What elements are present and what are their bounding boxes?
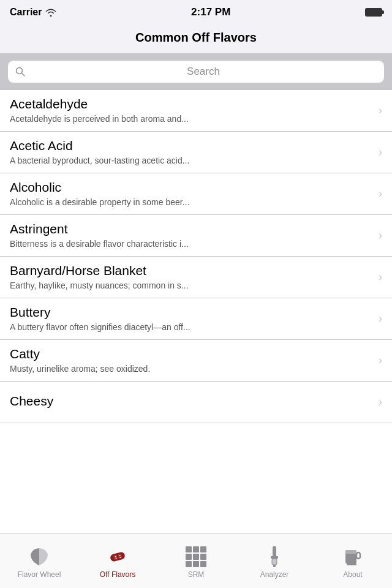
list-item-title: Alcoholic <box>10 180 374 195</box>
flavor-list: AcetaldehydeAcetaldehyde is perceived in… <box>0 89 392 533</box>
analyzer-icon <box>263 546 285 568</box>
chevron-right-icon: › <box>379 396 382 409</box>
list-item[interactable]: Acetic AcidA bacterial byproduct, sour-t… <box>0 132 392 173</box>
battery-indicator <box>365 8 382 17</box>
tab-analyzer[interactable]: Analyzer <box>235 533 314 588</box>
carrier-label: Carrier <box>10 7 56 18</box>
battery-icon <box>365 8 382 17</box>
list-item-subtitle: Alcoholic is a desirable property in som… <box>10 197 374 208</box>
chevron-right-icon: › <box>379 146 382 159</box>
search-bar[interactable] <box>7 60 385 83</box>
chevron-right-icon: › <box>379 187 382 200</box>
list-item-subtitle: Bitterness is a desirable flavor charact… <box>10 238 374 249</box>
list-item-title: Acetic Acid <box>10 138 374 153</box>
svg-rect-11 <box>272 559 277 565</box>
list-item[interactable]: ButteryA buttery flavor often signifies … <box>0 298 392 340</box>
wifi-icon <box>45 8 56 17</box>
list-item-title: Catty <box>10 347 374 361</box>
tab-srm-label: SRM <box>188 570 205 579</box>
page-title: Common Off Flavors <box>10 31 382 45</box>
search-container <box>0 54 392 89</box>
tab-about[interactable]: About <box>314 533 392 588</box>
list-item-title: Cheesy <box>10 394 374 409</box>
list-item[interactable]: Barnyard/Horse BlanketEarthy, haylike, m… <box>0 257 392 298</box>
list-item-subtitle: Musty, urinelike aroma; see oxidized. <box>10 363 374 374</box>
tab-about-label: About <box>343 570 362 579</box>
list-item-subtitle: Acetaldehyde is perceived in both aroma … <box>10 113 374 124</box>
chevron-right-icon: › <box>379 104 382 117</box>
list-item-title: Buttery <box>10 305 374 320</box>
svg-rect-12 <box>273 565 276 567</box>
list-item[interactable]: AlcoholicAlcoholic is a desirable proper… <box>0 173 392 215</box>
svg-rect-15 <box>345 550 356 554</box>
list-item-subtitle: A bacterial byproduct, sour-tasting acet… <box>10 155 374 166</box>
tab-off-flavors[interactable]: Off Flavors <box>78 533 157 588</box>
tab-analyzer-label: Analyzer <box>260 570 289 579</box>
list-item-subtitle: A buttery flavor often signifies diacety… <box>10 322 374 333</box>
bandaid-icon <box>107 546 129 568</box>
carrier-text: Carrier <box>10 7 42 18</box>
list-item-title: Astringent <box>10 222 374 236</box>
list-item[interactable]: Cheesy› <box>0 382 392 423</box>
chevron-right-icon: › <box>379 354 382 367</box>
status-bar: Carrier 2:17 PM <box>0 0 392 24</box>
tab-flavor-wheel-label: Flavor Wheel <box>18 570 61 579</box>
srm-icon <box>185 546 207 568</box>
chevron-right-icon: › <box>379 312 382 325</box>
srm-grid-icon <box>186 546 206 567</box>
nav-bar: Common Off Flavors <box>0 24 392 54</box>
svg-rect-16 <box>347 564 356 565</box>
search-input[interactable] <box>30 66 377 78</box>
tab-flavor-wheel[interactable]: Flavor Wheel <box>0 533 78 588</box>
svg-line-1 <box>22 74 25 77</box>
status-time: 2:17 PM <box>191 6 230 18</box>
svg-rect-9 <box>273 546 276 557</box>
about-icon <box>342 546 364 568</box>
flavor-wheel-icon <box>28 546 50 568</box>
search-icon <box>15 67 25 77</box>
list-item-title: Barnyard/Horse Blanket <box>10 263 374 278</box>
tab-bar: Flavor Wheel Off Flavors <box>0 533 392 588</box>
list-item-title: Acetaldehyde <box>10 97 374 111</box>
tab-srm[interactable]: SRM <box>157 533 235 588</box>
tab-off-flavors-label: Off Flavors <box>100 570 135 579</box>
svg-rect-14 <box>356 552 360 559</box>
chevron-right-icon: › <box>379 229 382 242</box>
list-item[interactable]: CattyMusty, urinelike aroma; see oxidize… <box>0 340 392 382</box>
chevron-right-icon: › <box>379 271 382 284</box>
list-item[interactable]: AstringentBitterness is a desirable flav… <box>0 215 392 257</box>
svg-rect-10 <box>271 556 278 559</box>
svg-rect-2 <box>110 551 126 562</box>
list-item-subtitle: Earthy, haylike, musty nuances; common i… <box>10 280 374 291</box>
list-item[interactable]: AcetaldehydeAcetaldehyde is perceived in… <box>0 90 392 132</box>
